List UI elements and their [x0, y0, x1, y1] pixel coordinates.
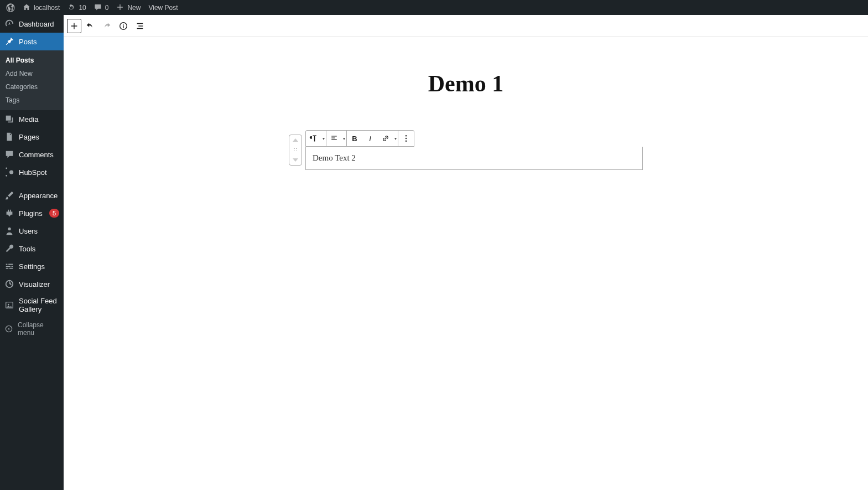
- add-block-button[interactable]: [67, 19, 81, 33]
- chevron-down-icon: ▾: [321, 136, 326, 141]
- sidebar-label: Pages: [19, 133, 59, 141]
- chart-icon: [4, 279, 14, 289]
- admin-bar: localhost 10 0 New View Post: [0, 0, 868, 15]
- comments-button[interactable]: 0: [90, 0, 113, 15]
- post-title[interactable]: Demo 1: [289, 70, 643, 97]
- move-down-button[interactable]: [289, 155, 302, 165]
- collapse-label: Collapse menu: [18, 321, 59, 337]
- block-wrapper: ∷ ▾ ▾: [289, 130, 643, 170]
- wrench-icon: [4, 244, 14, 254]
- new-label: New: [127, 4, 141, 12]
- svg-point-11: [406, 141, 407, 142]
- updates-count: 10: [79, 4, 86, 12]
- redo-button[interactable]: [99, 18, 115, 34]
- svg-point-0: [9, 170, 13, 174]
- admin-sidebar: Dashboard Posts All Posts Add New Catego…: [0, 15, 64, 490]
- editor-canvas[interactable]: Demo 1 ∷ ▾: [64, 37, 868, 490]
- sidebar-label: Appearance: [19, 192, 59, 200]
- comments-icon: [4, 149, 14, 159]
- undo-button[interactable]: [82, 18, 98, 34]
- plus-icon: [116, 3, 125, 12]
- plugins-badge: 5: [49, 209, 59, 218]
- sidebar-label: Dashboard: [19, 20, 59, 28]
- paragraph-block[interactable]: Demo Text 2: [305, 147, 643, 170]
- svg-point-3: [8, 228, 11, 230]
- editor-toolbar: [64, 15, 868, 37]
- media-icon: [4, 114, 14, 124]
- comment-icon: [94, 3, 103, 12]
- move-up-button[interactable]: [289, 135, 302, 145]
- align-button[interactable]: [326, 131, 342, 146]
- gallery-icon: [4, 300, 14, 310]
- sidebar-label: Tools: [19, 245, 59, 253]
- home-icon: [23, 3, 32, 12]
- sidebar-item-pages[interactable]: Pages: [0, 128, 64, 146]
- sidebar-label: Settings: [19, 262, 59, 271]
- block-column: ▾ ▾ B I ▾: [305, 130, 643, 170]
- collapse-menu-button[interactable]: Collapse menu: [0, 317, 64, 341]
- drag-handle[interactable]: ∷: [289, 145, 302, 155]
- new-button[interactable]: New: [112, 0, 144, 15]
- svg-point-9: [406, 135, 407, 136]
- comments-count: 0: [105, 4, 109, 12]
- sidebar-label: Social Feed Gallery: [19, 297, 59, 313]
- user-icon: [4, 226, 14, 236]
- pin-icon: [4, 37, 14, 47]
- site-name: localhost: [34, 4, 60, 12]
- sidebar-item-posts[interactable]: Posts: [0, 33, 64, 50]
- svg-point-10: [406, 138, 407, 139]
- wordpress-icon: [6, 3, 15, 12]
- sidebar-item-tools[interactable]: Tools: [0, 240, 64, 257]
- site-home-button[interactable]: localhost: [19, 0, 64, 15]
- chevron-down-icon: ▾: [393, 136, 398, 141]
- sidebar-item-comments[interactable]: Comments: [0, 146, 64, 163]
- brush-icon: [4, 190, 14, 200]
- collapse-icon: [4, 324, 13, 333]
- link-button[interactable]: [378, 131, 393, 146]
- sidebar-label: HubSpot: [19, 168, 59, 177]
- sidebar-item-social-feed[interactable]: Social Feed Gallery: [0, 293, 64, 317]
- posts-submenu: All Posts Add New Categories Tags: [0, 50, 64, 110]
- svg-point-2: [6, 175, 7, 177]
- submenu-categories[interactable]: Categories: [0, 80, 64, 94]
- sidebar-label: Plugins: [19, 209, 45, 218]
- sidebar-label: Users: [19, 227, 59, 235]
- sidebar-item-hubspot[interactable]: HubSpot: [0, 163, 64, 181]
- italic-button[interactable]: I: [362, 131, 378, 146]
- sidebar-item-media[interactable]: Media: [0, 110, 64, 128]
- sidebar-label: Media: [19, 115, 59, 123]
- chevron-down-icon: ▾: [342, 136, 346, 141]
- page-icon: [4, 132, 14, 142]
- canvas-inner: Demo 1 ∷ ▾: [278, 37, 654, 203]
- sidebar-label: Comments: [19, 151, 59, 159]
- sidebar-label: Visualizer: [19, 280, 59, 288]
- svg-point-6: [8, 304, 9, 306]
- submenu-tags[interactable]: Tags: [0, 94, 64, 107]
- more-options-button[interactable]: [398, 131, 414, 146]
- sliders-icon: [4, 261, 14, 271]
- sidebar-item-users[interactable]: Users: [0, 222, 64, 240]
- view-post-button[interactable]: View Post: [144, 0, 181, 15]
- view-post-label: View Post: [148, 4, 178, 12]
- bold-button[interactable]: B: [347, 131, 362, 146]
- submenu-add-new[interactable]: Add New: [0, 67, 64, 80]
- submenu-all-posts[interactable]: All Posts: [0, 54, 64, 67]
- dashboard-icon: [4, 19, 14, 29]
- block-toolbar: ▾ ▾ B I ▾: [305, 130, 414, 147]
- sidebar-item-dashboard[interactable]: Dashboard: [0, 15, 64, 33]
- update-icon: [67, 3, 76, 12]
- hubspot-icon: [4, 167, 14, 177]
- wp-logo-button[interactable]: [2, 0, 19, 15]
- svg-point-1: [6, 167, 7, 169]
- updates-button[interactable]: 10: [64, 0, 90, 15]
- sidebar-label: Posts: [19, 38, 59, 46]
- info-button[interactable]: [116, 18, 131, 34]
- sidebar-item-appearance[interactable]: Appearance: [0, 187, 64, 204]
- plugin-icon: [4, 208, 14, 218]
- sidebar-item-settings[interactable]: Settings: [0, 257, 64, 275]
- sidebar-item-plugins[interactable]: Plugins 5: [0, 204, 64, 222]
- block-mover: ∷: [289, 135, 302, 166]
- block-type-button[interactable]: [306, 131, 321, 146]
- outline-button[interactable]: [132, 18, 148, 34]
- sidebar-item-visualizer[interactable]: Visualizer: [0, 275, 64, 293]
